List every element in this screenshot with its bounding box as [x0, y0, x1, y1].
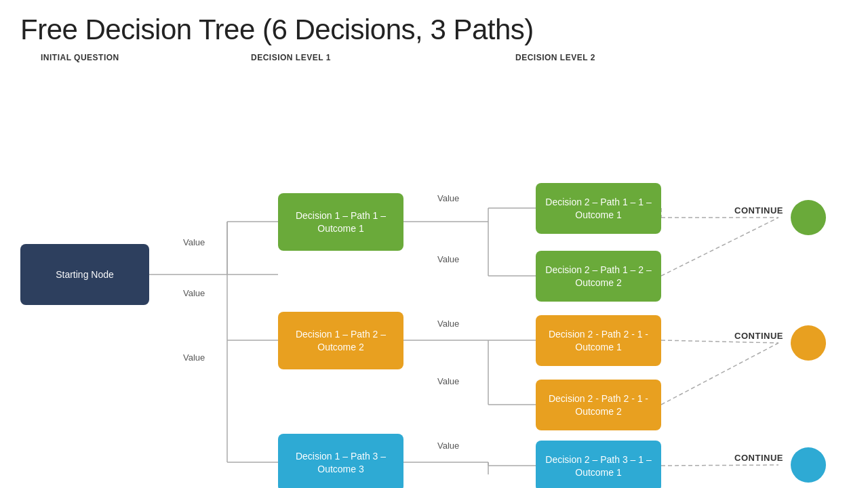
diagram-area: Starting Node Decision 1 – Path 1 – Outc… [0, 88, 868, 474]
start-node: Starting Node [20, 244, 149, 305]
col-header-level1: DECISION LEVEL 1 [251, 53, 434, 62]
svg-line-26 [661, 343, 778, 405]
d1-path1-node: Decision 1 – Path 1 – Outcome 1 [278, 193, 403, 251]
outcome-label-continue2: CONTINUE [734, 331, 783, 341]
col-header-level2: DECISION LEVEL 2 [515, 53, 685, 62]
page-title: Free Decision Tree (6 Decisions, 3 Paths… [20, 14, 848, 46]
value-label-d1p3-d2b1: Value [437, 441, 459, 451]
value-label-s-d1p2: Value [183, 288, 205, 298]
d2-orange1-node: Decision 2 - Path 2 - 1 - Outcome 1 [536, 315, 661, 366]
outcome-circle-blue [791, 447, 826, 483]
value-label-d1p2-d2o1: Value [437, 319, 459, 329]
outcome-label-continue1: CONTINUE [734, 205, 783, 216]
page-container: Free Decision Tree (6 Decisions, 3 Paths… [0, 0, 868, 488]
outcome-circle-orange [791, 325, 826, 361]
value-label-s-d1p1: Value [183, 237, 205, 247]
value-label-d1p2-d2o2: Value [437, 376, 459, 386]
svg-line-24 [661, 218, 778, 276]
d1-path2-node: Decision 1 – Path 2 – Outcome 2 [278, 312, 403, 369]
d2-blue1-node: Decision 2 – Path 3 – 1 – Outcome 1 [536, 441, 661, 488]
svg-line-27 [661, 465, 778, 466]
outcome-circle-green [791, 200, 826, 235]
value-label-s-d1p3: Value [183, 352, 205, 363]
column-headers: INITIAL QUESTION DECISION LEVEL 1 DECISI… [20, 53, 848, 62]
value-label-d1p1-d2g1: Value [437, 193, 459, 203]
d1-path3-node: Decision 1 – Path 3 – Outcome 3 [278, 434, 403, 488]
col-header-initial: INITIAL QUESTION [41, 53, 183, 62]
outcome-label-continue3: CONTINUE [734, 453, 783, 463]
value-label-d1p1-d2g2: Value [437, 254, 459, 264]
d2-green2-node: Decision 2 – Path 1 – 2 – Outcome 2 [536, 251, 661, 302]
d2-green1-node: Decision 2 – Path 1 – 1 – Outcome 1 [536, 183, 661, 234]
d2-orange2-node: Decision 2 - Path 2 - 1 - Outcome 2 [536, 380, 661, 430]
